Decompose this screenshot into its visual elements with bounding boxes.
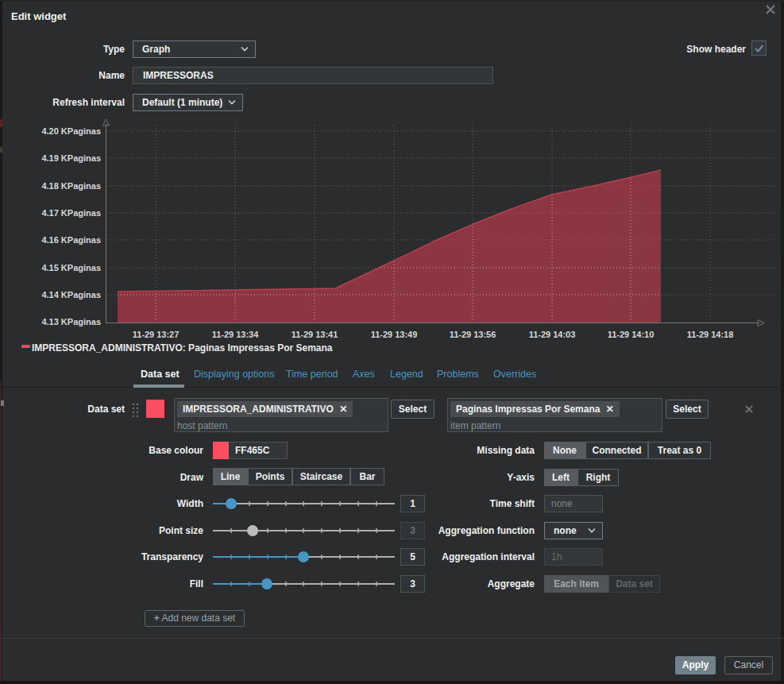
svg-text:4.18 KPaginas: 4.18 KPaginas: [41, 181, 101, 191]
svg-text:11-29 13:34: 11-29 13:34: [212, 330, 260, 339]
svg-text:4.20 KPaginas: 4.20 KPaginas: [41, 126, 101, 136]
svg-text:4.16 KPaginas: 4.16 KPaginas: [41, 235, 101, 245]
svg-text:11-29 13:27: 11-29 13:27: [133, 330, 180, 339]
svg-text:4.15 KPaginas: 4.15 KPaginas: [41, 263, 101, 272]
svg-text:4.19 KPaginas: 4.19 KPaginas: [41, 153, 101, 163]
svg-text:11-29 13:56: 11-29 13:56: [450, 330, 496, 339]
svg-text:11-29 14:10: 11-29 14:10: [608, 330, 655, 339]
svg-text:11-29 13:49: 11-29 13:49: [371, 330, 418, 339]
svg-text:11-29 13:41: 11-29 13:41: [292, 330, 338, 339]
svg-text:IMPRESSORA_ADMINISTRATIVO: Pag: IMPRESSORA_ADMINISTRATIVO: Paginas Impre…: [32, 342, 333, 354]
svg-text:11-29 14:03: 11-29 14:03: [529, 330, 576, 339]
svg-text:4.14 KPaginas: 4.14 KPaginas: [41, 290, 101, 299]
svg-text:4.17 KPaginas: 4.17 KPaginas: [41, 208, 101, 218]
svg-text:4.13 KPaginas: 4.13 KPaginas: [41, 317, 101, 327]
svg-text:11-29 14:18: 11-29 14:18: [687, 330, 734, 339]
